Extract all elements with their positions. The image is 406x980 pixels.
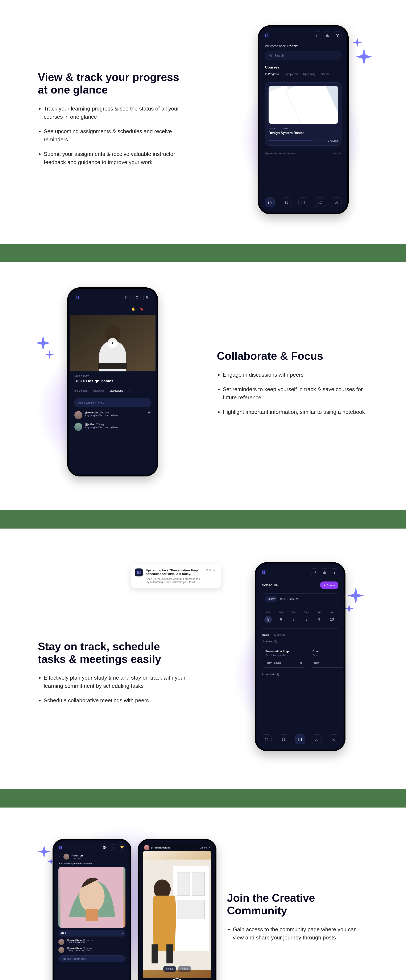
- svg-point-2: [270, 54, 272, 56]
- svg-rect-10: [137, 571, 139, 574]
- course-title: UI/UX Design Basics: [75, 379, 151, 383]
- day-wed[interactable]: Wed7: [287, 611, 300, 623]
- avatar: [64, 854, 69, 860]
- svg-rect-17: [59, 846, 61, 850]
- day-sat[interactable]: Sat10: [325, 611, 338, 623]
- bookmark-icon[interactable]: 🔖: [140, 307, 143, 311]
- nav-bookmark-icon[interactable]: [282, 197, 291, 207]
- tab-saved[interactable]: Saved: [321, 73, 329, 76]
- video-mode-button[interactable]: Video: [178, 966, 191, 972]
- nav-community-icon[interactable]: [315, 197, 325, 207]
- svg-rect-14: [299, 738, 302, 741]
- play-icon[interactable]: [108, 338, 118, 348]
- svg-rect-0: [266, 34, 267, 37]
- search-icon: [269, 54, 272, 57]
- comments-toggle[interactable]: 💬 2 ×: [59, 930, 126, 937]
- brand-label: MICROSOFT: [75, 375, 151, 377]
- more-icon[interactable]: ⋯: [148, 307, 151, 311]
- svg-rect-11: [139, 571, 140, 574]
- phone-mockup-feed: 💬 ⇪ 🏆 ← @ben_art1 sec ago Surrounded by …: [53, 839, 131, 980]
- svg-rect-6: [75, 296, 76, 299]
- feature-list: Gain access to the community page where …: [227, 925, 368, 942]
- comment-item: @robertfox 20s ago Any length of text ca…: [75, 411, 151, 419]
- section-progress: View & track your progress at one glance…: [0, 0, 406, 244]
- day-fri[interactable]: Fri9: [313, 611, 326, 623]
- comment-input[interactable]: Type your comment here...: [59, 955, 126, 963]
- task-card[interactable]: Creat Desc Today: [309, 646, 343, 668]
- svg-rect-21: [86, 909, 98, 921]
- avatar: [59, 939, 64, 945]
- cancel-button[interactable]: Cancel ×: [200, 846, 210, 849]
- nav-home-icon[interactable]: [262, 734, 272, 744]
- notification-subtext: Keep up the excellent work and embrace t…: [146, 577, 204, 584]
- search-input[interactable]: Search: [265, 51, 341, 60]
- tab-content[interactable]: rse Content: [75, 389, 88, 394]
- delete-icon[interactable]: 🗑: [148, 411, 151, 419]
- share-icon[interactable]: [133, 294, 141, 301]
- tab-discussions[interactable]: Discussions: [110, 389, 123, 394]
- tab-transcript[interactable]: Transcript: [93, 389, 104, 394]
- comment-input[interactable]: Add a comment here...: [75, 398, 151, 407]
- nav-calendar-icon[interactable]: [298, 197, 308, 207]
- chat-icon[interactable]: 💬: [101, 845, 107, 851]
- progress-bar: [269, 140, 324, 141]
- share-icon[interactable]: ⇪: [110, 845, 116, 851]
- schedule-title: Schedule: [262, 583, 278, 587]
- create-button[interactable]: + Create: [320, 581, 338, 589]
- back-icon[interactable]: ←: [75, 306, 79, 312]
- svg-point-16: [333, 738, 334, 739]
- shutter-button[interactable]: [170, 978, 185, 980]
- section-separator: [0, 244, 406, 262]
- tab-tasks[interactable]: Tasks: [262, 633, 269, 636]
- share-icon[interactable]: [324, 32, 331, 39]
- back-icon[interactable]: ←: [59, 855, 61, 858]
- feature-list: Effectively plan your study time and sta…: [38, 674, 189, 705]
- nav-profile-icon[interactable]: [329, 734, 338, 744]
- day-mon[interactable]: Mon5: [262, 611, 275, 623]
- bell-icon[interactable]: 🔔: [132, 307, 135, 311]
- section-schedule: Stay on track, schedule tasks & meetings…: [0, 528, 406, 789]
- svg-rect-18: [62, 846, 63, 850]
- nav-calendar-icon[interactable]: [295, 734, 305, 744]
- tab-in-progress[interactable]: In Progress: [265, 73, 279, 78]
- week-row: Mon5 Tue6 Wed7 Thur8 Fri9 Sat10: [262, 611, 338, 623]
- photo-mode-button[interactable]: Photo: [163, 966, 176, 972]
- chat-icon[interactable]: [314, 32, 321, 39]
- today-pill[interactable]: Today: [266, 596, 277, 601]
- nav-profile-icon[interactable]: [332, 197, 341, 207]
- delete-icon[interactable]: 🗑: [300, 662, 303, 664]
- app-logo-icon: [59, 845, 64, 850]
- tab-h[interactable]: H: [128, 389, 130, 394]
- feature-item: Track your learning progress & see the s…: [44, 105, 189, 121]
- chat-icon[interactable]: [310, 568, 318, 576]
- svg-point-4: [319, 201, 320, 202]
- trophy-icon[interactable]: [334, 32, 341, 39]
- view-all-link[interactable]: View all: [333, 152, 341, 155]
- date-selector[interactable]: Today Sun, 5 June, 22: [262, 593, 338, 605]
- feature-item: See upcoming assignments & schedules and…: [44, 127, 189, 144]
- feature-item: Submit your assignments & receive valuab…: [44, 150, 189, 166]
- course-title: Design System Basics: [269, 131, 338, 135]
- tab-completed[interactable]: Completed: [284, 73, 298, 76]
- tab-upcoming[interactable]: Upcoming: [303, 73, 315, 76]
- share-icon[interactable]: [321, 568, 328, 576]
- day-tue[interactable]: Tue6: [275, 611, 288, 623]
- trophy-icon[interactable]: [143, 294, 151, 301]
- nav-home-icon[interactable]: [265, 197, 275, 207]
- progress-text: 79 % Done: [326, 140, 338, 142]
- avatar: [144, 845, 150, 850]
- close-icon[interactable]: ×: [121, 932, 123, 935]
- tab-meetings[interactable]: Meetings: [274, 633, 285, 636]
- trophy-icon[interactable]: 🏆: [119, 845, 125, 851]
- task-card[interactable]: Presentation Prep Description goes here.…: [262, 646, 306, 668]
- svg-point-5: [336, 201, 337, 202]
- svg-rect-26: [177, 900, 205, 919]
- nav-community-icon[interactable]: [312, 734, 322, 744]
- chat-icon[interactable]: [123, 294, 131, 301]
- video-player[interactable]: [70, 315, 156, 371]
- trophy-icon[interactable]: [331, 568, 338, 576]
- phone-mockup-course: ← 🔔 🔖 ⋯ MICROSOFT UI/UX Design Basics r: [67, 287, 158, 476]
- nav-bookmark-icon[interactable]: [279, 734, 288, 744]
- course-card[interactable]: JAM BOOTCAMP Design System Basics 79 % D…: [265, 82, 341, 146]
- day-thur[interactable]: Thur8: [300, 611, 313, 623]
